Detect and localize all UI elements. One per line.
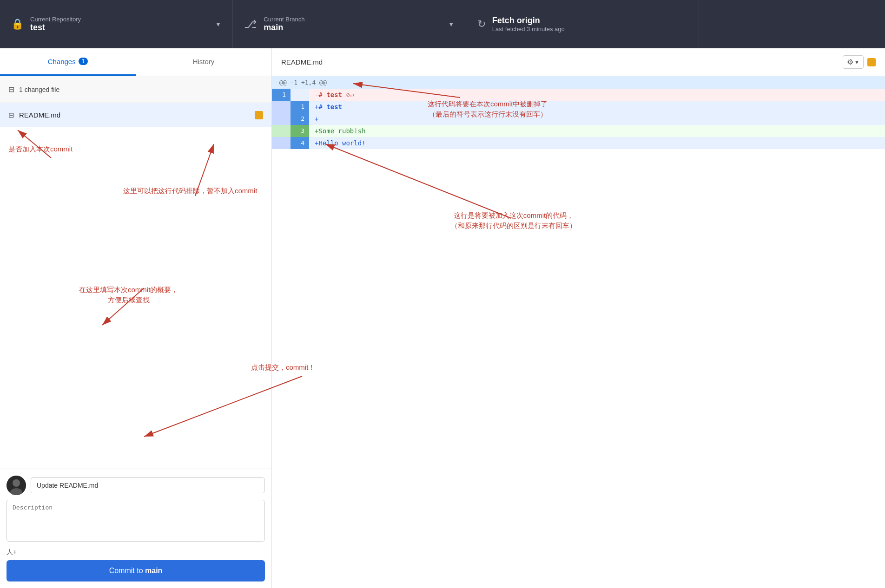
diff-hunk-header: @@ -1 +1,4 @@ xyxy=(272,76,885,89)
changed-file-summary: 1 changed file xyxy=(19,86,59,93)
tab-changes-badge: 1 xyxy=(79,58,88,65)
left-panel-spacer xyxy=(0,286,271,469)
commit-btn-branch: main xyxy=(145,567,162,575)
svg-point-1 xyxy=(13,479,20,487)
file-badge xyxy=(255,111,263,119)
diff-area: @@ -1 +1,4 @@ 1 -# test ⊘↵ 1 +# test xyxy=(272,76,885,588)
fetch-origin-section[interactable]: ↻ Fetch origin Last fetched 3 minutes ag… xyxy=(466,0,699,48)
diff-line-content: -# test ⊘↵ xyxy=(309,89,885,101)
commit-description-input[interactable] xyxy=(7,500,265,542)
diff-line: 1 -# test ⊘↵ xyxy=(272,89,885,101)
diff-new-num: 4 xyxy=(291,137,309,149)
diff-line-content: +# test xyxy=(309,101,885,113)
avatar xyxy=(7,476,26,495)
branch-icon: ⎇ xyxy=(244,18,257,31)
diff-new-num: 1 xyxy=(291,101,309,113)
diff-file-title: README.md xyxy=(281,58,323,66)
file-collapse-icon: ⊟ xyxy=(8,111,14,119)
diff-old-num xyxy=(272,113,291,125)
fetch-sublabel: Last fetched 3 minutes ago xyxy=(492,26,687,33)
repo-info: Current Repository test xyxy=(30,16,205,33)
commit-summary-input[interactable] xyxy=(31,477,265,493)
tab-history[interactable]: History xyxy=(136,48,271,76)
branch-label: Current Branch xyxy=(264,16,438,23)
file-list: ⊟ README.md xyxy=(0,103,271,286)
fetch-label: Fetch origin xyxy=(492,16,687,26)
branch-info: Current Branch main xyxy=(264,16,438,33)
right-panel: @@ -1 +1,4 @@ 1 -# test ⊘↵ 1 +# test xyxy=(272,76,885,588)
repo-name: test xyxy=(30,23,205,33)
diff-line: 1 +# test xyxy=(272,101,885,113)
yellow-dot-badge xyxy=(867,58,876,66)
diff-new-num xyxy=(291,89,309,101)
diff-line-content: +Some rubbish xyxy=(309,125,885,137)
gear-icon: ⚙ xyxy=(847,58,853,66)
tab-changes-label: Changes xyxy=(48,58,76,65)
diff-new-num: 2 xyxy=(291,113,309,125)
diff-old-num xyxy=(272,137,291,149)
branch-name: main xyxy=(264,23,438,33)
diff-old-num xyxy=(272,101,291,113)
current-branch-section[interactable]: ⎇ Current Branch main ▼ xyxy=(233,0,466,48)
add-coauthor-button[interactable]: 人+ xyxy=(7,548,17,556)
repo-label: Current Repository xyxy=(30,16,205,23)
current-repo-section[interactable]: 🔒 Current Repository test ▼ xyxy=(0,0,233,48)
commit-btn-prefix: Commit to xyxy=(109,567,145,575)
collapse-icon[interactable]: ⊟ xyxy=(8,85,14,94)
lock-icon: 🔒 xyxy=(11,18,24,30)
fetch-info: Fetch origin Last fetched 3 minutes ago xyxy=(492,16,687,33)
settings-button[interactable]: ⚙ ▼ xyxy=(843,55,864,69)
commit-area: 人+ Commit to main xyxy=(0,469,271,588)
fetch-icon: ↻ xyxy=(477,18,486,30)
diff-line-content: + xyxy=(309,113,885,125)
diff-old-num xyxy=(272,125,291,137)
branch-chevron: ▼ xyxy=(448,20,455,28)
commit-button[interactable]: Commit to main xyxy=(7,560,265,581)
diff-new-num: 3 xyxy=(291,125,309,137)
tab-history-label: History xyxy=(193,58,215,65)
diff-old-num: 1 xyxy=(272,89,291,101)
repo-chevron: ▼ xyxy=(215,20,221,28)
tab-changes[interactable]: Changes 1 xyxy=(0,48,136,76)
diff-line: 2 + xyxy=(272,113,885,125)
topbar-spacer xyxy=(699,0,885,48)
gear-chevron: ▼ xyxy=(854,59,859,65)
file-name: README.md xyxy=(19,111,255,119)
list-item[interactable]: ⊟ README.md xyxy=(0,103,271,127)
diff-line: 4 +Hello world! xyxy=(272,137,885,149)
left-panel: ⊟ 1 changed file ⊟ README.md xyxy=(0,76,272,588)
diff-line: 3 +Some rubbish xyxy=(272,125,885,137)
diff-line-content: +Hello world! xyxy=(309,137,885,149)
changed-file-header: ⊟ 1 changed file xyxy=(0,76,271,103)
